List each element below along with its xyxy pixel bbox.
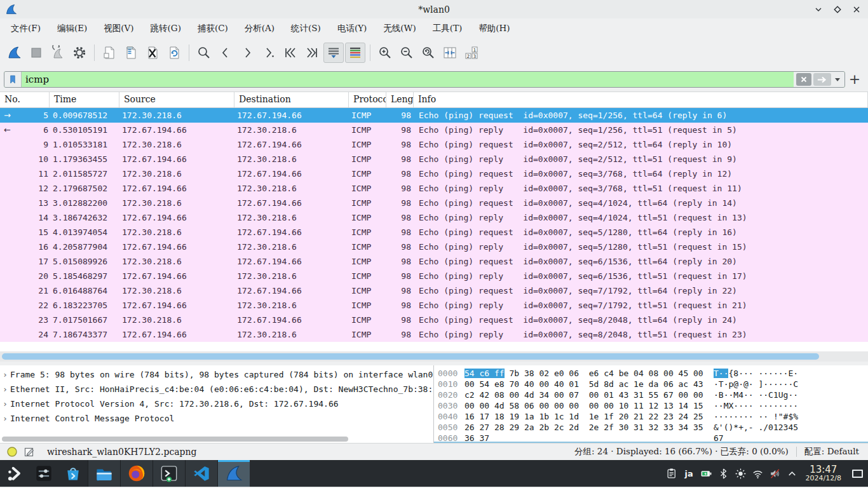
menu-v[interactable]: 视图(V): [95, 18, 142, 37]
close-file-icon[interactable]: [142, 43, 163, 63]
column-header-info[interactable]: Info: [414, 92, 868, 107]
hex-row-0020[interactable]: 0020c2 42 08 00 4d 34 00 07 00 01 43 31 …: [438, 390, 868, 400]
column-header-no[interactable]: No.: [0, 92, 50, 107]
packet-row-15[interactable]: 154.013974054172.30.218.6172.67.194.66IC…: [0, 225, 868, 240]
resize-columns-icon[interactable]: [440, 43, 460, 63]
packet-row-11[interactable]: 112.011585727172.30.218.6172.67.194.66IC…: [0, 166, 868, 181]
menu-t[interactable]: 工具(T): [424, 18, 471, 37]
hex-row-0010[interactable]: 001000 54 e8 70 40 00 40 01 5d 8d ac 1e …: [438, 379, 868, 390]
minimize-button[interactable]: [813, 4, 824, 15]
save-file-icon[interactable]: [121, 43, 141, 63]
app-launcher-icon[interactable]: [0, 460, 29, 487]
packet-row-13[interactable]: 133.012882200172.30.218.6172.67.194.66IC…: [0, 196, 868, 210]
stop-capture-icon[interactable]: [26, 43, 46, 63]
open-file-icon[interactable]: [99, 43, 119, 63]
menu-f[interactable]: 文件(F): [3, 18, 49, 37]
detail-line-2[interactable]: ›Internet Protocol Version 4, Src: 172.3…: [0, 396, 433, 411]
system-settings-icon[interactable]: [29, 460, 58, 487]
clock[interactable]: 13:472024/12/8: [806, 464, 841, 483]
volume-muted-icon[interactable]: [766, 460, 783, 487]
discover-icon[interactable]: [58, 460, 88, 487]
packet-row-22[interactable]: 226.183223705172.67.194.66172.30.218.6IC…: [0, 298, 868, 313]
details-hscrollbar[interactable]: [0, 435, 433, 443]
go-forward-icon[interactable]: [237, 43, 257, 63]
find-packet-icon[interactable]: [194, 43, 214, 63]
packet-row-24[interactable]: 247.186743377172.67.194.66172.30.218.6IC…: [0, 327, 868, 342]
hex-row-0040[interactable]: 004016 17 18 19 1a 1b 1c 1d 1e 1f 20 21 …: [438, 411, 868, 422]
packet-row-5[interactable]: →50.009678512172.30.218.6172.67.194.66IC…: [0, 108, 868, 123]
packet-row-17[interactable]: 175.015089926172.30.218.6172.67.194.66IC…: [0, 254, 868, 269]
menu-a[interactable]: 分析(A): [236, 18, 283, 37]
show-desktop-button[interactable]: [846, 460, 868, 487]
packet-row-16[interactable]: 164.205877904172.67.194.66172.30.218.6IC…: [0, 240, 868, 254]
packet-row-10[interactable]: 101.179363455172.67.194.66172.30.218.6IC…: [0, 152, 868, 166]
menu-c[interactable]: 捕获(C): [189, 18, 236, 37]
auto-scroll-icon[interactable]: [323, 43, 344, 63]
filter-dropdown-caret-icon[interactable]: [835, 78, 840, 81]
tray-expand-icon[interactable]: [783, 460, 801, 487]
display-filter-input[interactable]: icmp: [4, 71, 845, 88]
wifi-icon[interactable]: [749, 460, 766, 487]
packet-row-14[interactable]: 143.186742632172.67.194.66172.30.218.6IC…: [0, 210, 868, 225]
details-hscrollbar-thumb[interactable]: [2, 437, 348, 442]
capture-comment-icon[interactable]: [24, 446, 35, 458]
reload-file-icon[interactable]: [164, 43, 184, 63]
filter-apply-icon[interactable]: [813, 73, 831, 86]
packet-row-12[interactable]: 122.179687502172.67.194.66172.30.218.6IC…: [0, 181, 868, 196]
packet-row-9[interactable]: 91.010533181172.30.218.6172.67.194.66ICM…: [0, 137, 868, 152]
packet-list-hscrollbar[interactable]: [0, 351, 868, 362]
auto-layout-icon[interactable]: 123: [461, 43, 482, 63]
close-button[interactable]: [851, 4, 862, 15]
packet-row-23[interactable]: 237.017501667172.30.218.6172.67.194.66IC…: [0, 313, 868, 327]
column-header-protocol[interactable]: Protocol: [349, 92, 386, 107]
clipboard-icon[interactable]: [663, 460, 681, 487]
hex-row-0000[interactable]: 000054 c6 ff 7b 38 02 e0 06 e6 c4 be 04 …: [438, 368, 868, 379]
zoom-out-icon[interactable]: [397, 43, 417, 63]
expert-info-icon[interactable]: [6, 446, 18, 458]
menu-h[interactable]: 帮助(H): [470, 18, 518, 37]
expand-chevron-icon[interactable]: ›: [0, 367, 10, 382]
filter-clear-icon[interactable]: [796, 73, 811, 86]
zoom-reset-icon[interactable]: [418, 43, 438, 63]
go-back-icon[interactable]: [215, 43, 236, 63]
detail-line-0[interactable]: ›Frame 5: 98 bytes on wire (784 bits), 9…: [0, 367, 433, 382]
column-header-time[interactable]: Time: [50, 92, 119, 107]
menu-e[interactable]: 编辑(E): [49, 18, 95, 37]
filter-add-button[interactable]: +: [845, 71, 864, 88]
menu-y[interactable]: 电话(Y): [329, 18, 375, 37]
hex-row-0050[interactable]: 005026 27 28 29 2a 2b 2c 2d 2e 2f 30 31 …: [438, 422, 868, 433]
goto-packet-icon[interactable]: [259, 43, 279, 63]
ime-badge[interactable]: ja: [681, 469, 698, 478]
hex-row-0030[interactable]: 003000 00 4d 58 06 00 00 00 00 00 10 11 …: [438, 400, 868, 411]
filter-text[interactable]: icmp: [22, 72, 794, 87]
start-capture-icon[interactable]: [4, 43, 25, 63]
hscrollbar-thumb[interactable]: [2, 353, 819, 360]
capture-options-icon[interactable]: [69, 43, 90, 63]
restart-capture-icon[interactable]: [48, 43, 68, 63]
bluetooth-icon[interactable]: [715, 460, 732, 487]
detail-line-3[interactable]: ›Internet Control Message Protocol: [0, 411, 433, 426]
packet-row-21[interactable]: 216.016488764172.30.218.6172.67.194.66IC…: [0, 283, 868, 298]
taskbar-vscode-icon[interactable]: [185, 460, 217, 487]
expand-chevron-icon[interactable]: ›: [0, 411, 10, 426]
menu-g[interactable]: 跳转(G): [142, 18, 189, 37]
brightness-icon[interactable]: [732, 460, 749, 487]
taskbar-wireshark-icon[interactable]: [217, 460, 250, 487]
column-header-lengtl[interactable]: Lengtl: [386, 92, 414, 107]
packet-row-20[interactable]: 205.185468297172.67.194.66172.30.218.6IC…: [0, 269, 868, 283]
packet-row-6[interactable]: ←60.530105191172.67.194.66172.30.218.6IC…: [0, 123, 868, 137]
last-packet-icon[interactable]: [302, 43, 322, 63]
hex-row-0060[interactable]: 006036 3767: [438, 433, 868, 443]
menu-w[interactable]: 无线(W): [375, 18, 424, 37]
colorize-icon[interactable]: [345, 43, 365, 63]
maximize-button[interactable]: [832, 4, 843, 15]
taskbar-firefox-icon[interactable]: [120, 460, 153, 487]
taskbar-terminal-icon[interactable]: [153, 460, 185, 487]
detail-line-1[interactable]: ›Ethernet II, Src: HonHaiPrecis_c4:be:04…: [0, 382, 433, 396]
expand-chevron-icon[interactable]: ›: [0, 382, 10, 396]
profile-label[interactable]: 配置: Default: [804, 446, 859, 458]
first-packet-icon[interactable]: [280, 43, 301, 63]
column-header-destination[interactable]: Destination: [234, 92, 349, 107]
column-header-source[interactable]: Source: [119, 92, 234, 107]
battery-icon[interactable]: [698, 460, 715, 487]
